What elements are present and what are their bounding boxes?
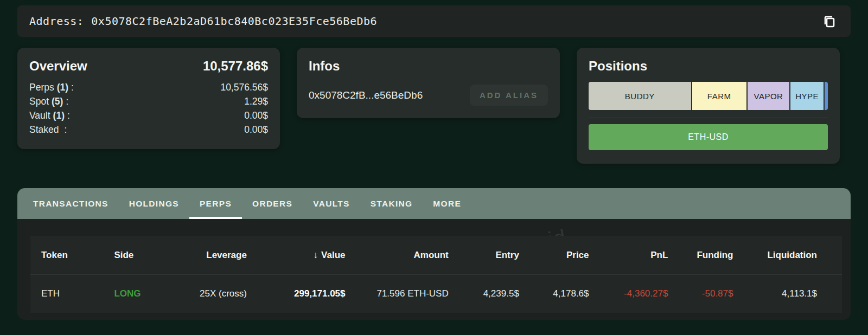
col-amount: Amount (346, 250, 449, 261)
perps-table: Token Side Leverage ↓Value Amount Entry … (30, 236, 842, 313)
address-value: 0x5078C2fBeA2b2aD61bc840Bc023E35Fce56BeD… (91, 15, 377, 28)
cell-value: 299,171.05$ (247, 288, 346, 299)
overview-row-label: Vault(1): (29, 108, 70, 123)
col-value[interactable]: ↓Value (247, 250, 346, 261)
col-token: Token (41, 250, 114, 261)
add-alias-button[interactable]: ADD ALIAS (470, 85, 548, 106)
positions-card: Positions BUDDY FARM VAPOR HYPE ETH-USD (577, 48, 840, 164)
segment-vapor[interactable]: VAPOR (748, 82, 790, 110)
cell-pnl: -4,360.27$ (589, 288, 668, 299)
cell-funding: -50.87$ (668, 288, 733, 299)
cell-side: LONG (114, 288, 176, 299)
copy-address-button[interactable] (820, 12, 839, 30)
perps-panel: Powered by Hyperliquid Token Side Levera… (17, 219, 851, 320)
overview-row-perps: Perps(1): 10,576.56$ (29, 80, 268, 94)
address-bar: Address: 0x5078C2fBeA2b2aD61bc840Bc023E3… (17, 5, 851, 37)
copy-icon (822, 14, 837, 28)
tab-vaults[interactable]: VAULTS (303, 188, 360, 219)
tab-transactions[interactable]: TRANSACTIONS (23, 188, 119, 219)
cell-entry: 4,239.5$ (449, 288, 519, 299)
overview-row-value: 10,576.56$ (220, 80, 268, 94)
cell-token: ETH (41, 288, 114, 299)
segment-hype[interactable]: HYPE (790, 82, 824, 110)
segment-buddy[interactable]: BUDDY (589, 82, 691, 110)
cell-liquidation: 4,113.1$ (733, 288, 818, 299)
overview-card: Overview 10,577.86$ Perps(1): 10,576.56$… (17, 48, 280, 149)
overview-row-value: 1.29$ (244, 94, 268, 108)
address-label: Address: (29, 15, 84, 28)
wallet-address: Address: 0x5078C2fBeA2b2aD61bc840Bc023E3… (29, 15, 377, 28)
cell-price: 4,178.6$ (519, 288, 589, 299)
overview-row-label: Spot(5): (29, 94, 68, 108)
overview-row-staked: Staked: 0.00$ (29, 123, 268, 137)
segment-overflow[interactable] (825, 82, 828, 110)
cell-amount: 71.596 ETH-USD (346, 288, 449, 299)
col-entry: Entry (449, 250, 519, 261)
overview-title: Overview (29, 59, 87, 74)
overview-row-vault: Vault(1): 0.00$ (29, 108, 268, 123)
short-address: 0x5078C2fB...e56BeDb6 (309, 89, 423, 101)
overview-total-value: 10,577.86$ (203, 59, 268, 74)
position-eth-usd-button[interactable]: ETH-USD (589, 124, 828, 150)
tab-staking[interactable]: STAKING (360, 188, 423, 219)
main-tabbar: TRANSACTIONS HOLDINGS PERPS ORDERS VAULT… (17, 188, 851, 219)
col-liquidation: Liquidation (733, 250, 818, 261)
overview-row-label: Staked: (29, 123, 67, 137)
positions-title: Positions (589, 59, 828, 74)
col-side: Side (114, 250, 176, 261)
col-funding: Funding (668, 250, 733, 261)
tab-perps[interactable]: PERPS (189, 188, 242, 219)
overview-row-label: Perps(1): (29, 80, 74, 94)
token-segments: BUDDY FARM VAPOR HYPE (589, 82, 828, 110)
positions-divider (589, 118, 828, 118)
tab-orders[interactable]: ORDERS (242, 188, 303, 219)
col-price: Price (519, 250, 589, 261)
col-leverage: Leverage (176, 250, 247, 261)
sort-desc-icon: ↓ (314, 250, 318, 260)
table-row: ETH LONG 25X (cross) 299,171.05$ 71.596 … (30, 275, 842, 313)
overview-row-spot: Spot(5): 1.29$ (29, 94, 268, 108)
overview-row-value: 0.00$ (244, 123, 268, 137)
segment-farm[interactable]: FARM (692, 82, 746, 110)
tab-holdings[interactable]: HOLDINGS (119, 188, 189, 219)
infos-title: Infos (309, 59, 548, 74)
cell-leverage: 25X (cross) (176, 288, 247, 299)
table-header-row: Token Side Leverage ↓Value Amount Entry … (30, 236, 842, 275)
tab-more[interactable]: MORE (423, 188, 471, 219)
infos-card: Infos 0x5078C2fB...e56BeDb6 ADD ALIAS (297, 48, 560, 118)
summary-cards-row: Overview 10,577.86$ Perps(1): 10,576.56$… (17, 48, 851, 164)
col-pnl: PnL (589, 250, 668, 261)
overview-row-value: 0.00$ (244, 108, 268, 123)
